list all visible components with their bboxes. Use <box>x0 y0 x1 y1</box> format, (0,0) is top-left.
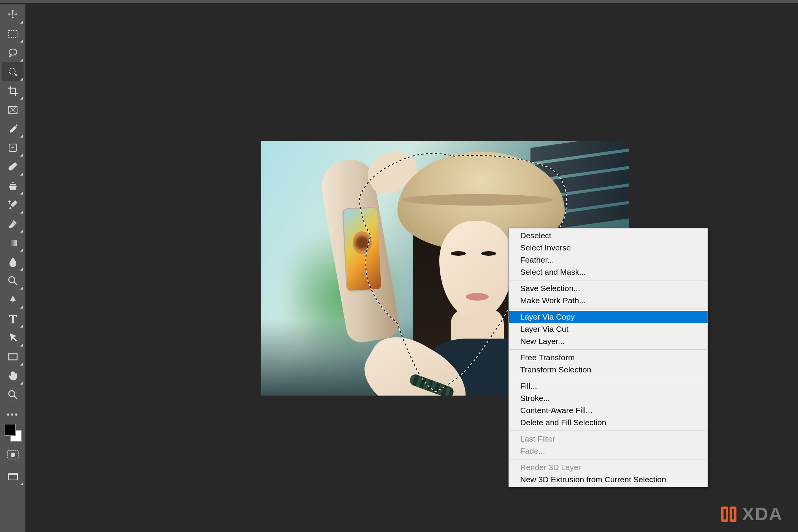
canvas[interactable]: DeselectSelect InverseFeather...Select a… <box>26 4 798 532</box>
menu-item-layer-via-copy[interactable]: Layer Via Copy <box>509 311 708 323</box>
svg-point-6 <box>10 150 10 151</box>
quick-mask-toggle[interactable] <box>2 446 24 464</box>
menu-item-delete-and-fill-selection[interactable]: Delete and Fill Selection <box>509 416 708 429</box>
menu-item-free-transform[interactable]: Free Transform <box>509 352 708 364</box>
menu-separator <box>510 378 706 378</box>
menu-item-content-aware-fill[interactable]: Content-Aware Fill... <box>509 404 708 416</box>
svg-rect-0 <box>9 30 17 37</box>
quick-select-tool[interactable] <box>2 62 24 81</box>
menu-separator <box>510 431 706 431</box>
blur-tool[interactable] <box>2 252 24 271</box>
menu-item-feather[interactable]: Feather... <box>509 254 708 266</box>
svg-point-12 <box>9 391 15 397</box>
move-tool[interactable] <box>2 5 24 24</box>
path-select-tool[interactable] <box>2 328 24 347</box>
healing-brush-tool[interactable] <box>2 138 24 157</box>
crop-tool[interactable] <box>2 81 24 100</box>
menu-item-stroke[interactable]: Stroke... <box>509 392 708 404</box>
dodge-tool[interactable] <box>2 271 24 290</box>
menu-item-save-selection[interactable]: Save Selection... <box>509 282 708 294</box>
gradient-tool[interactable] <box>2 233 24 252</box>
svg-point-7 <box>16 150 16 151</box>
edit-toolbar-button[interactable]: ••• <box>6 409 19 420</box>
watermark: XDA <box>719 504 783 524</box>
options-bar <box>0 0 798 4</box>
brush-tool[interactable] <box>2 157 24 176</box>
svg-rect-9 <box>9 240 17 246</box>
eyedropper-tool[interactable] <box>2 119 24 138</box>
foreground-color-swatch[interactable] <box>4 424 16 436</box>
menu-separator <box>510 309 706 309</box>
svg-point-10 <box>9 277 15 283</box>
tools-panel: ••• <box>0 4 26 532</box>
type-tool[interactable] <box>2 309 24 328</box>
eraser-tool[interactable] <box>2 214 24 233</box>
frame-tool[interactable] <box>2 100 24 119</box>
menu-separator <box>510 459 706 459</box>
menu-item-fill[interactable]: Fill... <box>509 380 708 392</box>
svg-point-4 <box>10 144 10 145</box>
toolbar-divider <box>5 407 21 407</box>
menu-item-render-3d-layer: Render 3D Layer <box>509 461 708 473</box>
menu-item-select-inverse[interactable]: Select Inverse <box>509 242 708 254</box>
pen-tool[interactable] <box>2 290 24 309</box>
svg-point-5 <box>16 144 16 145</box>
menu-item-layer-via-cut[interactable]: Layer Via Cut <box>509 323 708 335</box>
svg-rect-16 <box>8 473 17 475</box>
menu-item-select-and-mask[interactable]: Select and Mask... <box>509 266 708 278</box>
xda-logo-icon <box>719 505 738 524</box>
menu-item-make-work-path[interactable]: Make Work Path... <box>509 294 708 307</box>
menu-item-deselect[interactable]: Deselect <box>509 230 708 242</box>
hand-tool[interactable] <box>2 366 24 385</box>
context-menu[interactable]: DeselectSelect InverseFeather...Select a… <box>508 228 708 487</box>
rect-marquee-tool[interactable] <box>2 24 24 43</box>
main-area: ••• <box>0 4 798 532</box>
color-swatches[interactable] <box>4 424 22 442</box>
svg-rect-11 <box>9 354 17 360</box>
svg-point-14 <box>11 453 15 457</box>
history-brush-tool[interactable] <box>2 195 24 214</box>
lasso-tool[interactable] <box>2 43 24 62</box>
menu-item-last-filter: Last Filter <box>509 433 708 445</box>
rectangle-tool[interactable] <box>2 347 24 366</box>
menu-item-transform-selection[interactable]: Transform Selection <box>509 364 708 376</box>
menu-item-fade: Fade... <box>509 445 708 457</box>
menu-item-new-3d-extrusion-from-current-selection[interactable]: New 3D Extrusion from Current Selection <box>509 473 708 486</box>
svg-point-1 <box>9 68 15 74</box>
menu-item-new-layer[interactable]: New Layer... <box>509 335 708 347</box>
screen-mode-toggle[interactable] <box>2 468 24 486</box>
watermark-text: XDA <box>742 504 783 524</box>
menu-separator <box>510 349 706 350</box>
menu-separator <box>510 280 706 280</box>
clone-stamp-tool[interactable] <box>2 176 24 195</box>
zoom-tool[interactable] <box>2 385 24 404</box>
